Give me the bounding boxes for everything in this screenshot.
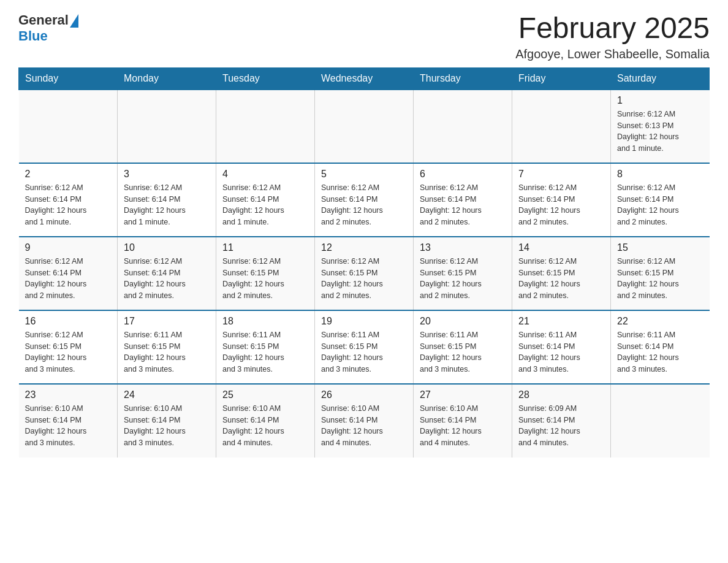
calendar-cell: 28Sunrise: 6:09 AMSunset: 6:14 PMDayligh…: [512, 384, 611, 458]
day-number: 24: [124, 389, 210, 400]
calendar-cell: [611, 384, 710, 458]
day-info: Sunrise: 6:12 AMSunset: 6:15 PMDaylight:…: [420, 256, 506, 302]
calendar-cell: 13Sunrise: 6:12 AMSunset: 6:15 PMDayligh…: [414, 237, 512, 310]
day-number: 6: [420, 169, 506, 180]
calendar-cell: 7Sunrise: 6:12 AMSunset: 6:14 PMDaylight…: [512, 163, 611, 237]
day-number: 26: [321, 389, 407, 400]
calendar-week-3: 9Sunrise: 6:12 AMSunset: 6:14 PMDaylight…: [19, 237, 710, 310]
calendar-cell: 17Sunrise: 6:11 AMSunset: 6:15 PMDayligh…: [118, 310, 216, 384]
calendar-cell: 9Sunrise: 6:12 AMSunset: 6:14 PMDaylight…: [19, 237, 118, 310]
calendar-cell: 19Sunrise: 6:11 AMSunset: 6:15 PMDayligh…: [315, 310, 414, 384]
logo-blue-text: Blue: [18, 28, 48, 44]
calendar-cell: 22Sunrise: 6:11 AMSunset: 6:14 PMDayligh…: [611, 310, 710, 384]
calendar-cell: 18Sunrise: 6:11 AMSunset: 6:15 PMDayligh…: [216, 310, 315, 384]
calendar-cell: 3Sunrise: 6:12 AMSunset: 6:14 PMDaylight…: [118, 163, 216, 237]
calendar-cell: 24Sunrise: 6:10 AMSunset: 6:14 PMDayligh…: [118, 384, 216, 458]
day-number: 28: [518, 389, 604, 400]
day-header-saturday: Saturday: [611, 67, 710, 90]
calendar-cell: 8Sunrise: 6:12 AMSunset: 6:14 PMDaylight…: [611, 163, 710, 237]
day-number: 9: [25, 242, 112, 253]
day-header-monday: Monday: [118, 67, 216, 90]
day-info: Sunrise: 6:11 AMSunset: 6:15 PMDaylight:…: [222, 329, 308, 375]
day-info: Sunrise: 6:12 AMSunset: 6:14 PMDaylight:…: [124, 182, 210, 228]
day-number: 5: [321, 169, 407, 180]
calendar-table: SundayMondayTuesdayWednesdayThursdayFrid…: [18, 67, 710, 458]
calendar-cell: 20Sunrise: 6:11 AMSunset: 6:15 PMDayligh…: [414, 310, 512, 384]
day-info: Sunrise: 6:12 AMSunset: 6:15 PMDaylight:…: [25, 329, 112, 375]
calendar-cell: 6Sunrise: 6:12 AMSunset: 6:14 PMDaylight…: [414, 163, 512, 237]
day-number: 27: [420, 389, 506, 400]
calendar-cell: [19, 90, 118, 163]
calendar-cell: 14Sunrise: 6:12 AMSunset: 6:15 PMDayligh…: [512, 237, 611, 310]
day-info: Sunrise: 6:09 AMSunset: 6:14 PMDaylight:…: [518, 403, 604, 449]
day-number: 8: [617, 169, 703, 180]
logo-triangle-icon: [70, 14, 78, 28]
calendar-cell: 25Sunrise: 6:10 AMSunset: 6:14 PMDayligh…: [216, 384, 315, 458]
calendar-week-2: 2Sunrise: 6:12 AMSunset: 6:14 PMDaylight…: [19, 163, 710, 237]
day-info: Sunrise: 6:12 AMSunset: 6:15 PMDaylight:…: [518, 256, 604, 302]
calendar-week-1: 1Sunrise: 6:12 AMSunset: 6:13 PMDaylight…: [19, 90, 710, 163]
header-row: SundayMondayTuesdayWednesdayThursdayFrid…: [19, 67, 710, 90]
day-info: Sunrise: 6:11 AMSunset: 6:14 PMDaylight:…: [617, 329, 703, 375]
day-info: Sunrise: 6:10 AMSunset: 6:14 PMDaylight:…: [321, 403, 407, 449]
day-number: 11: [222, 242, 308, 253]
day-info: Sunrise: 6:11 AMSunset: 6:15 PMDaylight:…: [321, 329, 407, 375]
logo: General Blue: [18, 12, 78, 44]
day-number: 14: [518, 242, 604, 253]
day-header-friday: Friday: [512, 67, 611, 90]
calendar-cell: [118, 90, 216, 163]
day-number: 15: [617, 242, 703, 253]
day-number: 18: [222, 316, 308, 327]
calendar-cell: 15Sunrise: 6:12 AMSunset: 6:15 PMDayligh…: [611, 237, 710, 310]
day-info: Sunrise: 6:12 AMSunset: 6:13 PMDaylight:…: [617, 109, 703, 155]
day-info: Sunrise: 6:12 AMSunset: 6:14 PMDaylight:…: [321, 182, 407, 228]
day-number: 4: [222, 169, 308, 180]
day-number: 21: [518, 316, 604, 327]
day-info: Sunrise: 6:12 AMSunset: 6:15 PMDaylight:…: [321, 256, 407, 302]
day-number: 22: [617, 316, 703, 327]
day-header-wednesday: Wednesday: [315, 67, 414, 90]
calendar-cell: 12Sunrise: 6:12 AMSunset: 6:15 PMDayligh…: [315, 237, 414, 310]
day-number: 1: [617, 95, 703, 106]
calendar-cell: 4Sunrise: 6:12 AMSunset: 6:14 PMDaylight…: [216, 163, 315, 237]
day-info: Sunrise: 6:12 AMSunset: 6:14 PMDaylight:…: [420, 182, 506, 228]
day-info: Sunrise: 6:12 AMSunset: 6:15 PMDaylight:…: [617, 256, 703, 302]
day-info: Sunrise: 6:12 AMSunset: 6:14 PMDaylight:…: [518, 182, 604, 228]
day-number: 12: [321, 242, 407, 253]
logo-general-text: General: [18, 12, 69, 28]
calendar-body: 1Sunrise: 6:12 AMSunset: 6:13 PMDaylight…: [19, 90, 710, 458]
page-header: General Blue February 2025 Afgooye, Lowe…: [18, 12, 710, 61]
calendar-cell: 2Sunrise: 6:12 AMSunset: 6:14 PMDaylight…: [19, 163, 118, 237]
day-info: Sunrise: 6:12 AMSunset: 6:14 PMDaylight:…: [222, 182, 308, 228]
calendar-cell: [414, 90, 512, 163]
day-info: Sunrise: 6:11 AMSunset: 6:14 PMDaylight:…: [518, 329, 604, 375]
calendar-header: SundayMondayTuesdayWednesdayThursdayFrid…: [19, 67, 710, 90]
day-number: 25: [222, 389, 308, 400]
day-number: 20: [420, 316, 506, 327]
calendar-cell: 27Sunrise: 6:10 AMSunset: 6:14 PMDayligh…: [414, 384, 512, 458]
day-info: Sunrise: 6:10 AMSunset: 6:14 PMDaylight:…: [25, 403, 112, 449]
calendar-cell: 23Sunrise: 6:10 AMSunset: 6:14 PMDayligh…: [19, 384, 118, 458]
day-info: Sunrise: 6:12 AMSunset: 6:14 PMDaylight:…: [124, 256, 210, 302]
day-number: 16: [25, 316, 112, 327]
calendar-cell: 21Sunrise: 6:11 AMSunset: 6:14 PMDayligh…: [512, 310, 611, 384]
day-info: Sunrise: 6:10 AMSunset: 6:14 PMDaylight:…: [124, 403, 210, 449]
calendar-cell: 26Sunrise: 6:10 AMSunset: 6:14 PMDayligh…: [315, 384, 414, 458]
calendar-cell: 11Sunrise: 6:12 AMSunset: 6:15 PMDayligh…: [216, 237, 315, 310]
calendar-cell: 5Sunrise: 6:12 AMSunset: 6:14 PMDaylight…: [315, 163, 414, 237]
calendar-week-5: 23Sunrise: 6:10 AMSunset: 6:14 PMDayligh…: [19, 384, 710, 458]
day-info: Sunrise: 6:12 AMSunset: 6:14 PMDaylight:…: [25, 256, 112, 302]
day-info: Sunrise: 6:10 AMSunset: 6:14 PMDaylight:…: [222, 403, 308, 449]
day-number: 2: [25, 169, 112, 180]
day-info: Sunrise: 6:12 AMSunset: 6:14 PMDaylight:…: [25, 182, 112, 228]
day-header-sunday: Sunday: [19, 67, 118, 90]
calendar-cell: [216, 90, 315, 163]
calendar-week-4: 16Sunrise: 6:12 AMSunset: 6:15 PMDayligh…: [19, 310, 710, 384]
day-header-tuesday: Tuesday: [216, 67, 315, 90]
day-info: Sunrise: 6:11 AMSunset: 6:15 PMDaylight:…: [124, 329, 210, 375]
day-number: 3: [124, 169, 210, 180]
day-number: 23: [25, 389, 112, 400]
day-info: Sunrise: 6:10 AMSunset: 6:14 PMDaylight:…: [420, 403, 506, 449]
calendar-cell: 1Sunrise: 6:12 AMSunset: 6:13 PMDaylight…: [611, 90, 710, 163]
calendar-cell: 10Sunrise: 6:12 AMSunset: 6:14 PMDayligh…: [118, 237, 216, 310]
